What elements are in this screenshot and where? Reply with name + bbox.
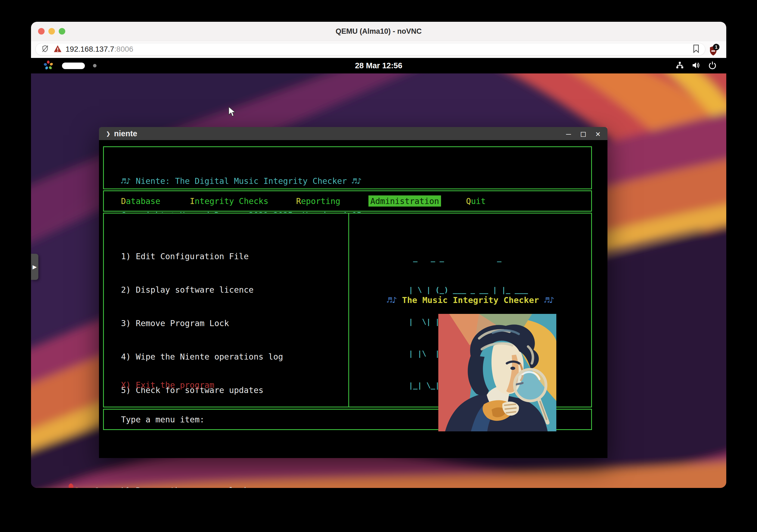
- menu-integrity-checks[interactable]: Integrity Checks: [190, 196, 268, 206]
- vnc-viewport[interactable]: 28 Mar 12:56: [31, 58, 726, 488]
- menu-item-4[interactable]: 4) Wipe the Niente operations log: [121, 351, 293, 362]
- screen: QEMU (Alma10) - noVNC 19: [0, 0, 757, 532]
- menu-reporting[interactable]: Reporting: [296, 196, 341, 206]
- menu-item-2[interactable]: 2) Display software licence: [121, 284, 293, 296]
- input-prompt-label: Type a menu item:: [121, 415, 204, 424]
- mouse-cursor: [228, 106, 237, 118]
- svg-text:1: 1: [715, 45, 717, 50]
- admin-menu-list: 1) Edit Configuration File 2) Display so…: [121, 229, 293, 488]
- system-tray[interactable]: [675, 58, 717, 74]
- tagline-text: The Music Integrity Checker: [397, 295, 544, 305]
- terminal-minimize-button[interactable]: –: [566, 129, 571, 139]
- security-warning-icon[interactable]: [53, 45, 62, 53]
- music-notes-icon: ♬♪: [544, 295, 554, 305]
- menu-bar-box: Database Integrity Checks Reporting Admi…: [103, 190, 592, 212]
- menu-item-L[interactable]: L) Remove the program lock: [121, 485, 293, 488]
- novnc-control-handle[interactable]: ▶: [31, 254, 38, 280]
- almalinux-logo-icon: [61, 482, 81, 488]
- beethoven-artwork: [438, 314, 556, 431]
- url-port: :8006: [114, 45, 133, 53]
- bookmark-icon[interactable]: [693, 44, 700, 54]
- music-notes-icon: ♬♪: [387, 295, 397, 305]
- terminal-title: niente: [114, 129, 137, 138]
- terminal-body[interactable]: ♬♪ Niente: The Digital Music Integrity C…: [99, 140, 607, 458]
- adblock-shield-icon[interactable]: 1: [705, 44, 719, 57]
- menu-item-1[interactable]: 1) Edit Configuration File: [121, 251, 293, 262]
- terminal-window[interactable]: ❯ niente – □ ✕ ♬♪ Niente: The Digital Mu…: [99, 127, 607, 458]
- expand-arrow-icon: ▶: [33, 264, 37, 270]
- menu-item-3[interactable]: 3) Remove Program Lock: [121, 318, 293, 329]
- menu-database[interactable]: Database: [121, 196, 161, 206]
- menu-quit[interactable]: Quit: [466, 196, 486, 206]
- terminal-titlebar[interactable]: ❯ niente – □ ✕: [99, 127, 607, 140]
- menu-gap: [121, 452, 293, 463]
- prompt-icon: ❯: [106, 130, 110, 138]
- terminal-close-button[interactable]: ✕: [595, 129, 600, 139]
- browser-titlebar: QEMU (Alma10) - noVNC: [31, 22, 726, 41]
- url-text[interactable]: 192.168.137.7:8006: [66, 45, 133, 53]
- tagline: ♬♪ The Music Integrity Checker ♬♪: [349, 295, 592, 305]
- browser-urlbar-row: 192.168.137.7:8006 1: [31, 41, 726, 58]
- browser-window: QEMU (Alma10) - noVNC 19: [31, 22, 726, 488]
- url-host: 192.168.137.7: [66, 45, 114, 53]
- clock[interactable]: 28 Mar 12:56: [31, 58, 726, 74]
- volume-icon: [691, 61, 701, 71]
- ascii-line: _ _ _ _: [409, 253, 532, 263]
- menu-item-exit[interactable]: X) Exit the program: [121, 380, 214, 390]
- power-icon: [708, 61, 717, 71]
- menu-administration[interactable]: Administration: [368, 196, 441, 207]
- shield-disabled-icon[interactable]: [41, 45, 49, 54]
- gnome-top-bar: 28 Mar 12:56: [31, 58, 726, 74]
- app-title-line: ♬♪ Niente: The Digital Music Integrity C…: [121, 175, 591, 187]
- terminal-window-controls: – □ ✕: [566, 129, 600, 139]
- window-title: QEMU (Alma10) - noVNC: [31, 22, 726, 41]
- ascii-line: | \ | (_) ___ _ __ | |_ ___: [409, 285, 532, 295]
- app-header-box: ♬♪ Niente: The Digital Music Integrity C…: [103, 146, 592, 189]
- terminal-maximize-button[interactable]: □: [581, 129, 586, 139]
- url-field[interactable]: 192.168.137.7:8006: [35, 43, 705, 55]
- network-icon: [675, 61, 684, 71]
